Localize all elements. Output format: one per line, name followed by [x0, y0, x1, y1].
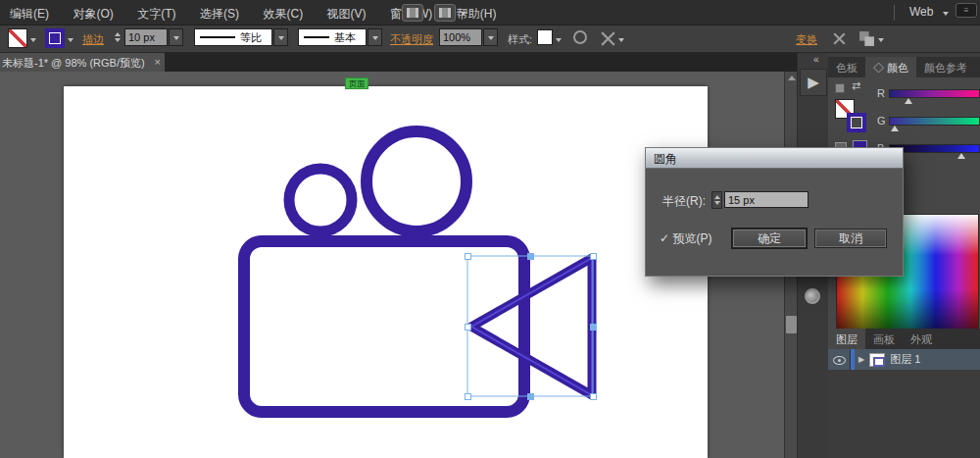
isolate-selection-icon[interactable] — [600, 30, 616, 47]
channel-r-label: R — [877, 87, 885, 99]
layer-expand-icon[interactable]: ▶ — [858, 355, 864, 364]
fill-color-swatch[interactable] — [8, 28, 27, 48]
tab-color-guide[interactable]: 颜色参考 — [916, 57, 975, 77]
layers-panel-tabs: 图层 画板 外观 — [828, 329, 980, 349]
small-reel-circle[interactable] — [289, 169, 352, 231]
ok-button[interactable]: 确定 — [732, 229, 807, 248]
channel-r-slider[interactable] — [889, 89, 980, 98]
illustrator-window: 编辑(E) 对象(O) 文字(T) 选择(S) 效果(C) 视图(V) 窗口(W… — [0, 0, 980, 458]
layer-selection-bar — [851, 349, 855, 370]
collapse-panels-icon[interactable]: « — [813, 54, 819, 65]
opacity-dropdown[interactable] — [483, 28, 498, 46]
swap-fill-stroke-icon[interactable]: ⇄ — [852, 79, 860, 92]
channel-b-thumb[interactable] — [957, 153, 965, 159]
camera-body-rect[interactable] — [244, 241, 524, 412]
preview-checkbox[interactable]: ✓ 预览(P) — [660, 230, 711, 247]
isolate-dropdown-icon[interactable] — [618, 38, 624, 42]
rounded-corners-dialog: 圆角 半径(R): ✓ 预览(P) 确定 取消 — [645, 147, 904, 277]
channel-r-thumb[interactable] — [905, 98, 912, 104]
stroke-width-input[interactable] — [124, 28, 168, 46]
brush-dropdown[interactable] — [368, 28, 382, 46]
opacity-panel-link[interactable]: 不透明度 — [390, 32, 433, 47]
brush-select[interactable]: 基本 — [298, 28, 367, 46]
default-fill-stroke-icon[interactable] — [835, 83, 845, 93]
radius-label: 半径(R): — [662, 193, 706, 210]
tab-color[interactable]: ◇ 颜色 — [865, 57, 916, 77]
layer-name[interactable]: 图层 1 — [890, 352, 920, 367]
free-transform-icon[interactable] — [831, 30, 848, 47]
stroke-width-stepper[interactable] — [112, 28, 122, 46]
tab-swatches[interactable]: 色板 — [828, 57, 865, 77]
profile-dropdown[interactable] — [273, 28, 288, 46]
menu-view[interactable]: 视图(V) — [318, 0, 376, 25]
stroke-profile-select[interactable]: 等比 — [194, 28, 272, 46]
app-bar-menu-button[interactable]: ≡ — [956, 3, 977, 18]
shape-mode-icon[interactable] — [858, 30, 875, 47]
dialog-title-bar[interactable]: 圆角 — [646, 148, 903, 169]
style-swatch[interactable] — [537, 29, 553, 45]
radius-stepper[interactable] — [711, 191, 722, 209]
channel-g-label: G — [877, 115, 886, 127]
cancel-button[interactable]: 取消 — [814, 229, 887, 248]
document-title: 未标题-1* @ 98% (RGB/预览) — [2, 57, 145, 69]
symbols-panel-icon[interactable] — [805, 288, 820, 304]
recolor-artwork-icon[interactable] — [573, 30, 587, 44]
check-icon: ✓ — [660, 231, 669, 245]
tab-close-icon[interactable]: × — [155, 56, 161, 68]
workspace-dropdown-icon[interactable] — [943, 12, 949, 16]
shape-mode-dropdown-icon[interactable] — [878, 38, 884, 42]
menu-bar: 编辑(E) 对象(O) 文字(T) 选择(S) 效果(C) 视图(V) 窗口(W… — [0, 0, 980, 25]
document-tab-bar: 未标题-1* @ 98% (RGB/预览) × — [0, 53, 797, 72]
fill-dropdown-icon[interactable] — [30, 38, 36, 42]
layout-dropdown-icon[interactable] — [461, 12, 466, 16]
document-tab[interactable]: 未标题-1* @ 98% (RGB/预览) × — [0, 53, 165, 72]
divider — [894, 5, 895, 21]
tab-layers[interactable]: 图层 — [828, 329, 865, 349]
menu-effect[interactable]: 效果(C) — [253, 0, 313, 25]
tab-artboards[interactable]: 画板 — [865, 329, 903, 349]
channel-g-slider[interactable] — [889, 117, 980, 126]
menu-type[interactable]: 文字(T) — [127, 0, 185, 25]
workspace-switcher[interactable]: Web — [909, 5, 933, 19]
style-label: 样式: — [508, 32, 532, 47]
eye-icon — [833, 356, 846, 365]
tab-appearance[interactable]: 外观 — [903, 329, 940, 349]
radius-input[interactable] — [724, 191, 808, 208]
layer-thumbnail[interactable] — [869, 353, 885, 367]
stroke-panel-link[interactable]: 描边 — [82, 32, 104, 47]
channel-g-thumb[interactable] — [891, 126, 899, 131]
menu-object[interactable]: 对象(O) — [63, 0, 122, 25]
stroke-width-dropdown[interactable] — [169, 28, 183, 46]
panel-stroke-swatch[interactable] — [847, 113, 866, 132]
flash-panel-icon[interactable]: ▶ — [800, 69, 827, 96]
opacity-input[interactable] — [439, 28, 482, 46]
layers-panel: 图层 画板 外观 ▶ 图层 1 — [828, 329, 980, 458]
transform-panel-link[interactable]: 变换 — [796, 32, 817, 47]
control-bar: 描边 等比 基本 不透明度 样式: 变换 — [0, 25, 980, 53]
scrollbar-thumb[interactable] — [786, 316, 797, 333]
stroke-dropdown-icon[interactable] — [68, 38, 74, 42]
color-panel-tabs: 色板 ◇ 颜色 颜色参考 — [828, 57, 980, 77]
scroll-up-icon[interactable] — [788, 76, 796, 80]
style-dropdown-icon[interactable] — [556, 38, 562, 42]
large-reel-circle[interactable] — [367, 131, 466, 231]
menu-edit[interactable]: 编辑(E) — [0, 0, 59, 25]
menu-select[interactable]: 选择(S) — [190, 0, 249, 25]
layer-row[interactable]: ▶ 图层 1 — [828, 349, 980, 370]
arrange-documents-icon[interactable] — [402, 4, 423, 22]
layer-visibility-toggle[interactable] — [828, 351, 850, 369]
document-layout-icon[interactable] — [434, 4, 456, 22]
stroke-color-swatch[interactable] — [45, 28, 65, 48]
